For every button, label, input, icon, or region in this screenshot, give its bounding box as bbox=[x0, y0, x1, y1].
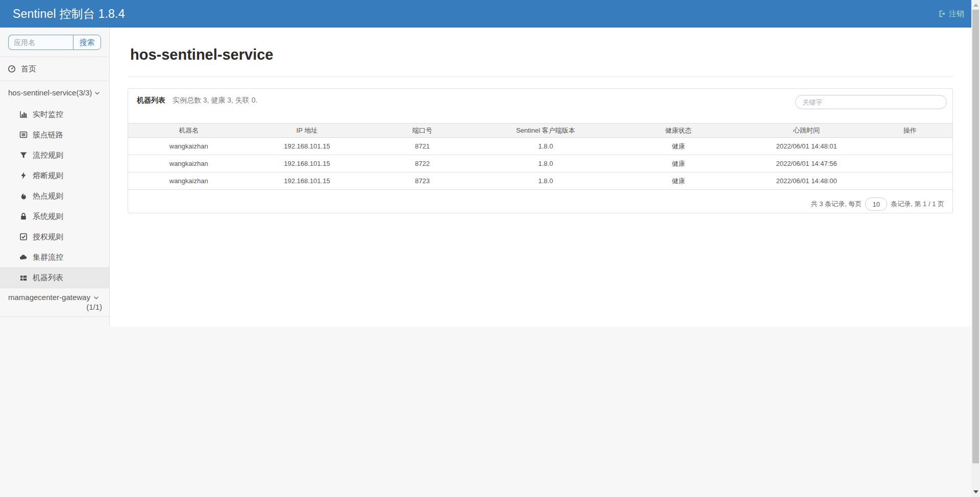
cell-port: 8721 bbox=[364, 138, 480, 155]
cell-version: 1.8.0 bbox=[480, 172, 611, 190]
sign-out-icon bbox=[938, 10, 946, 18]
cell-actions bbox=[868, 172, 952, 190]
cell-port: 8723 bbox=[364, 172, 480, 190]
cell-health: 健康 bbox=[611, 138, 745, 155]
sidebar-group-label: mamagecenter-gateway bbox=[8, 293, 90, 302]
table-row: wangkaizhan 192.168.101.15 8723 1.8.0 健康… bbox=[128, 172, 952, 190]
cell-actions bbox=[868, 138, 952, 155]
app-search-group: 搜索 bbox=[8, 35, 101, 50]
pagination: 共 3 条记录, 每页 条记录, 第 1 / 1 页 bbox=[811, 197, 944, 211]
col-actions: 操作 bbox=[868, 123, 952, 138]
th-list-icon bbox=[19, 274, 28, 282]
filter-icon bbox=[19, 151, 28, 159]
sidebar-item-cluster-flow[interactable]: 集群流控 bbox=[0, 247, 109, 267]
check-square-icon bbox=[19, 233, 28, 241]
sidebar-item-label: 集群流控 bbox=[33, 253, 63, 262]
keyword-input[interactable] bbox=[795, 95, 947, 109]
sidebar-item-machine-list[interactable]: 机器列表 bbox=[0, 267, 109, 288]
col-port: 端口号 bbox=[364, 123, 480, 138]
pagination-suffix: 条记录, 第 1 / 1 页 bbox=[891, 200, 944, 209]
app-search-button[interactable]: 搜索 bbox=[73, 35, 101, 50]
sidebar-item-flow-rules[interactable]: 流控规则 bbox=[0, 145, 109, 165]
sidebar-item-label: 热点规则 bbox=[33, 191, 63, 201]
cell-machine-name: wangkaizhan bbox=[128, 138, 249, 155]
chevron-down-icon bbox=[92, 296, 101, 300]
lock-icon bbox=[19, 212, 28, 220]
cell-actions bbox=[868, 155, 952, 172]
bolt-icon bbox=[19, 171, 28, 180]
sidebar-home-label: 首页 bbox=[21, 64, 36, 74]
sidebar-item-label: 系统规则 bbox=[33, 212, 63, 221]
cell-machine-name: wangkaizhan bbox=[128, 172, 249, 190]
app-brand: Sentinel 控制台 1.8.4 bbox=[13, 0, 125, 28]
cloud-icon bbox=[19, 253, 28, 261]
sidebar: 搜索 首页 hos-sentinel-service(3/3) 实时监控 簇点链… bbox=[0, 28, 110, 327]
cell-ip: 192.168.101.15 bbox=[249, 172, 364, 190]
cell-port: 8722 bbox=[364, 155, 480, 172]
logout-label: 注销 bbox=[949, 9, 964, 19]
top-navbar: Sentinel 控制台 1.8.4 注销 bbox=[0, 0, 971, 28]
panel-title: 机器列表 bbox=[137, 96, 165, 104]
cell-ip: 192.168.101.15 bbox=[249, 155, 364, 172]
cell-heartbeat: 2022/06/01 14:48:01 bbox=[746, 138, 868, 155]
col-heartbeat: 心跳时间 bbox=[746, 123, 868, 138]
chevron-down-icon bbox=[93, 91, 101, 95]
col-machine-name: 机器名 bbox=[128, 123, 249, 138]
page-size-input[interactable] bbox=[865, 197, 887, 211]
table-header-row: 机器名 IP 地址 端口号 Sentinel 客户端版本 健康状态 心跳时间 操… bbox=[128, 123, 952, 138]
sidebar-group-count: (1/1) bbox=[8, 303, 102, 311]
sidebar-item-home[interactable]: 首页 bbox=[0, 57, 109, 81]
col-ip: IP 地址 bbox=[249, 123, 364, 138]
title-divider bbox=[128, 77, 953, 77]
scroll-up-arrow-icon[interactable] bbox=[973, 4, 978, 7]
fire-icon bbox=[19, 192, 28, 200]
cell-machine-name: wangkaizhan bbox=[128, 155, 249, 172]
table-row: wangkaizhan 192.168.101.15 8722 1.8.0 健康… bbox=[128, 155, 952, 172]
sidebar-item-label: 簇点链路 bbox=[33, 130, 63, 140]
sidebar-item-cluster-link[interactable]: 簇点链路 bbox=[0, 125, 109, 145]
sidebar-item-label: 熔断规则 bbox=[33, 171, 63, 181]
page-title: hos-sentinel-service bbox=[130, 46, 971, 63]
main-content: hos-sentinel-service 机器列表 实例总数 3, 健康 3, … bbox=[110, 28, 971, 327]
cell-version: 1.8.0 bbox=[480, 155, 611, 172]
sidebar-item-authority-rules[interactable]: 授权规则 bbox=[0, 227, 109, 247]
sidebar-item-label: 实时监控 bbox=[33, 110, 63, 119]
sidebar-item-degrade-rules[interactable]: 熔断规则 bbox=[0, 165, 109, 186]
cell-ip: 192.168.101.15 bbox=[249, 138, 364, 155]
sidebar-item-realtime-monitor[interactable]: 实时监控 bbox=[0, 104, 109, 125]
cell-heartbeat: 2022/06/01 14:48:00 bbox=[746, 172, 868, 190]
scrollbar-thumb[interactable] bbox=[972, 10, 979, 463]
sidebar-item-label: 授权规则 bbox=[33, 232, 63, 242]
instance-summary: 实例总数 3, 健康 3, 失联 0. bbox=[173, 96, 257, 104]
col-health: 健康状态 bbox=[611, 123, 745, 138]
sidebar-submenu: 实时监控 簇点链路 流控规则 熔断规则 热点规则 bbox=[0, 104, 109, 288]
bar-chart-icon bbox=[19, 110, 28, 118]
sidebar-group-hos-sentinel-service[interactable]: hos-sentinel-service(3/3) bbox=[0, 81, 109, 104]
sidebar-item-label: 机器列表 bbox=[33, 273, 63, 283]
cell-health: 健康 bbox=[611, 172, 745, 190]
app-search-input[interactable] bbox=[8, 35, 73, 50]
list-alt-icon bbox=[19, 131, 28, 139]
cell-heartbeat: 2022/06/01 14:47:56 bbox=[746, 155, 868, 172]
vertical-scrollbar[interactable] bbox=[971, 0, 980, 497]
sidebar-group-mamagecenter-gateway[interactable]: mamagecenter-gateway (1/1) bbox=[0, 288, 109, 317]
table-row: wangkaizhan 192.168.101.15 8721 1.8.0 健康… bbox=[128, 138, 952, 155]
machine-table: 机器名 IP 地址 端口号 Sentinel 客户端版本 健康状态 心跳时间 操… bbox=[128, 123, 952, 190]
gauge-icon bbox=[8, 65, 16, 73]
sidebar-group-label: hos-sentinel-service(3/3) bbox=[8, 88, 92, 97]
sidebar-item-system-rules[interactable]: 系统规则 bbox=[0, 206, 109, 227]
col-version: Sentinel 客户端版本 bbox=[480, 123, 611, 138]
cell-version: 1.8.0 bbox=[480, 138, 611, 155]
logout-button[interactable]: 注销 bbox=[938, 0, 964, 28]
sidebar-item-label: 流控规则 bbox=[33, 151, 63, 160]
sidebar-item-hotspot-rules[interactable]: 热点规则 bbox=[0, 186, 109, 206]
pagination-total: 共 3 条记录, 每页 bbox=[811, 200, 862, 209]
scroll-down-arrow-icon[interactable] bbox=[973, 490, 978, 493]
cell-health: 健康 bbox=[611, 155, 745, 172]
machine-list-panel: 机器列表 实例总数 3, 健康 3, 失联 0. 机器名 IP 地址 端口号 S… bbox=[128, 88, 953, 213]
